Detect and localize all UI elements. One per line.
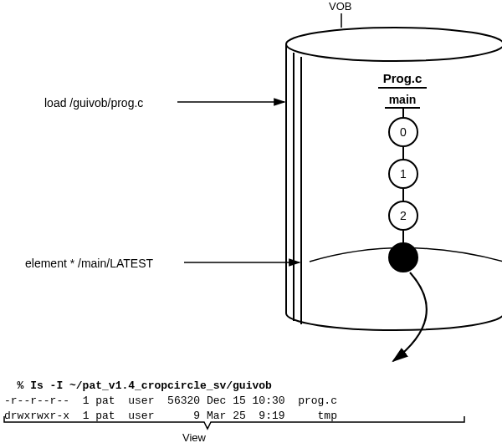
svg-point-1 bbox=[286, 28, 502, 61]
ls-row-1: drwxrwxr-x 1 pat user 9 Mar 25 9:19 tmp bbox=[4, 410, 337, 422]
view-label: View bbox=[182, 431, 206, 444]
terminal-output: % Is -I ~/pat_v1.4_cropcircle_sv/guivob … bbox=[4, 364, 469, 424]
ls-row-0: -r--r--r-- 1 pat user 56320 Dec 15 10:30… bbox=[4, 395, 337, 407]
terminal-command: % Is -I ~/pat_v1.4_cropcircle_sv/guivob bbox=[18, 379, 272, 392]
